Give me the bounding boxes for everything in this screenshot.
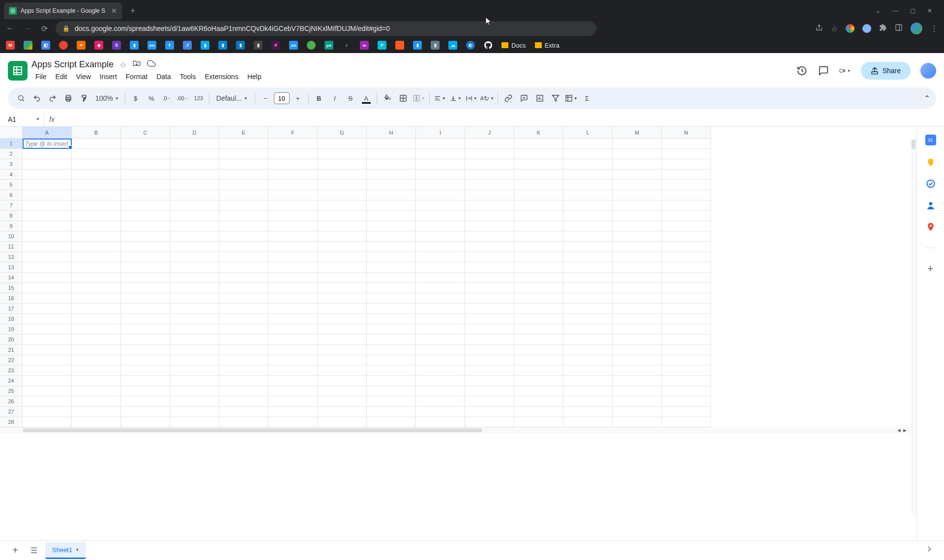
row-header[interactable]: 21 <box>0 345 23 355</box>
contacts-icon[interactable] <box>926 200 936 210</box>
cell[interactable] <box>613 262 662 273</box>
cell[interactable] <box>219 345 268 355</box>
cell[interactable] <box>170 231 219 242</box>
cell[interactable] <box>416 396 465 407</box>
cell[interactable] <box>72 417 121 427</box>
cell[interactable] <box>662 324 711 335</box>
cell[interactable] <box>72 200 121 211</box>
cell[interactable] <box>514 221 563 231</box>
cell[interactable] <box>367 169 416 180</box>
row-header[interactable]: 2 <box>0 149 23 159</box>
cell[interactable] <box>121 149 170 159</box>
cell[interactable] <box>367 376 416 386</box>
cell[interactable] <box>367 407 416 417</box>
cell[interactable] <box>465 293 514 304</box>
cell[interactable] <box>219 200 268 211</box>
sheet-menu-icon[interactable]: ▼ <box>75 548 79 552</box>
bookmark-slack-icon[interactable]: # <box>271 41 280 50</box>
cell[interactable]: Type @ to insert <box>23 139 72 149</box>
cell[interactable] <box>367 231 416 242</box>
column-header[interactable]: I <box>416 127 465 139</box>
collapse-toolbar-icon[interactable]: ⌃ <box>924 94 930 103</box>
zoom-select[interactable]: 100%▼ <box>92 94 122 102</box>
row-header[interactable]: 4 <box>0 169 23 180</box>
cell[interactable] <box>465 159 514 169</box>
cell[interactable] <box>121 386 170 396</box>
cell[interactable] <box>268 304 318 314</box>
text-wrap-icon[interactable]: ▼ <box>464 91 479 106</box>
cell[interactable] <box>170 139 219 149</box>
row-header[interactable]: 9 <box>0 221 23 231</box>
reload-icon[interactable]: ⟳ <box>41 24 48 33</box>
cell[interactable] <box>416 304 465 314</box>
functions-icon[interactable]: Σ <box>580 91 594 106</box>
cell[interactable] <box>72 314 121 324</box>
cell[interactable] <box>662 180 711 190</box>
cell[interactable] <box>662 407 711 417</box>
cell[interactable] <box>367 211 416 221</box>
tabs-dropdown-icon[interactable]: ⌄ <box>876 7 881 14</box>
cell[interactable] <box>170 273 219 283</box>
menu-edit[interactable]: Edit <box>52 71 71 83</box>
cell[interactable] <box>23 242 72 252</box>
cell[interactable] <box>318 159 367 169</box>
cell[interactable] <box>170 324 219 335</box>
row-header[interactable]: 27 <box>0 407 23 417</box>
cell[interactable] <box>563 169 613 180</box>
column-header[interactable]: L <box>563 127 613 139</box>
cell[interactable] <box>23 376 72 386</box>
column-header[interactable]: K <box>514 127 563 139</box>
cell[interactable] <box>23 180 72 190</box>
cell[interactable] <box>219 139 268 149</box>
cell[interactable] <box>268 242 318 252</box>
paint-format-icon[interactable] <box>77 91 91 106</box>
cell[interactable] <box>23 200 72 211</box>
chrome-menu-icon[interactable]: ⋮ <box>930 24 938 33</box>
cell[interactable] <box>662 200 711 211</box>
maximize-icon[interactable]: ▢ <box>910 7 915 14</box>
cell[interactable] <box>465 355 514 365</box>
cell[interactable] <box>23 190 72 200</box>
cell[interactable] <box>318 200 367 211</box>
cell[interactable] <box>563 139 613 149</box>
cell[interactable] <box>72 407 121 417</box>
cell[interactable] <box>23 221 72 231</box>
cell[interactable] <box>318 273 367 283</box>
cell[interactable] <box>613 304 662 314</box>
cell[interactable] <box>170 190 219 200</box>
cell[interactable] <box>268 190 318 200</box>
column-header[interactable]: H <box>367 127 416 139</box>
cell[interactable] <box>613 386 662 396</box>
cell[interactable] <box>465 324 514 335</box>
sheet-tab-active[interactable]: Sheet1 ▼ <box>45 542 86 559</box>
text-rotate-icon[interactable]: A↻▼ <box>480 91 495 106</box>
row-header[interactable]: 11 <box>0 242 23 252</box>
row-header[interactable]: 14 <box>0 273 23 283</box>
cell[interactable] <box>465 252 514 262</box>
cell[interactable] <box>662 139 711 149</box>
row-header[interactable]: 3 <box>0 159 23 169</box>
cell[interactable] <box>563 159 613 169</box>
cell[interactable] <box>563 211 613 221</box>
cell[interactable] <box>416 407 465 417</box>
row-header[interactable]: 13 <box>0 262 23 273</box>
side-panel-icon[interactable] <box>895 24 903 33</box>
cell[interactable] <box>318 376 367 386</box>
cell[interactable] <box>219 149 268 159</box>
cell[interactable] <box>318 139 367 149</box>
cell[interactable] <box>416 231 465 242</box>
cell[interactable] <box>72 304 121 314</box>
cell[interactable] <box>514 407 563 417</box>
cell[interactable] <box>219 231 268 242</box>
cell[interactable] <box>121 242 170 252</box>
cell[interactable] <box>170 200 219 211</box>
cell[interactable] <box>563 376 613 386</box>
cell[interactable] <box>219 169 268 180</box>
cell[interactable] <box>367 200 416 211</box>
row-header[interactable]: 18 <box>0 314 23 324</box>
font-size-decrease-icon[interactable]: − <box>258 91 273 106</box>
cell[interactable] <box>416 139 465 149</box>
row-header[interactable]: 12 <box>0 252 23 262</box>
cell[interactable] <box>121 283 170 293</box>
cell[interactable] <box>514 376 563 386</box>
